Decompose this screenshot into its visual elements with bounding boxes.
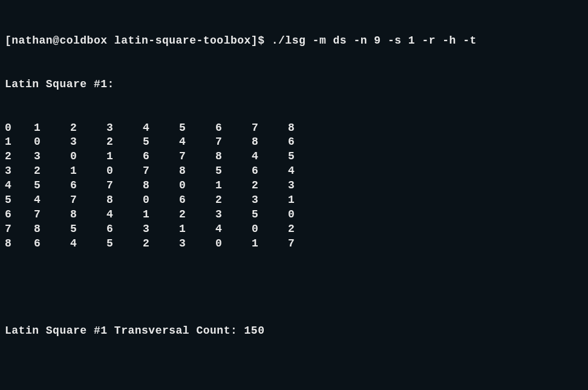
grid-cell: 0 (34, 135, 70, 150)
grid-cell: 5 (288, 150, 324, 164)
grid-cell: 6 (179, 193, 215, 208)
grid-cell: 5 (106, 237, 143, 251)
grid-cell: 3 (215, 208, 252, 222)
grid-cell: 6 (288, 135, 324, 150)
grid-cell: 1 (143, 208, 179, 222)
grid-cell: 1 (252, 237, 288, 251)
grid-cell: 8 (179, 164, 215, 179)
grid-cell: 7 (288, 237, 324, 251)
grid-cell: 1 (5, 135, 34, 150)
grid-cell: 8 (106, 193, 143, 208)
grid-cell: 8 (5, 237, 34, 251)
grid-cell: 5 (215, 164, 252, 179)
grid-cell: 3 (288, 179, 324, 193)
grid-cell: 3 (179, 237, 215, 251)
grid-cell: 6 (34, 237, 70, 251)
grid-cell: 4 (34, 193, 70, 208)
grid-cell: 0 (70, 150, 106, 164)
grid-cell: 0 (179, 179, 215, 193)
grid-cell: 6 (143, 150, 179, 164)
grid-cell: 1 (106, 150, 143, 164)
grid-cell: 8 (252, 135, 288, 150)
grid-cell: 1 (70, 164, 106, 179)
grid-cell: 2 (106, 135, 143, 150)
grid-row: 864523017 (5, 237, 583, 251)
terminal-output[interactable]: [nathan@coldbox latin-square-toolbox]$ .… (5, 5, 583, 390)
grid-cell: 5 (70, 222, 106, 237)
grid-cell: 4 (288, 164, 324, 179)
grid-cell: 8 (288, 121, 324, 136)
grid-cell: 1 (179, 222, 215, 237)
grid-cell: 4 (179, 135, 215, 150)
grid-cell: 0 (5, 121, 34, 136)
grid-cell: 4 (70, 237, 106, 251)
grid-cell: 4 (215, 222, 252, 237)
grid-cell: 4 (5, 179, 34, 193)
grid-row: 547806231 (5, 193, 583, 208)
grid-cell: 1 (34, 121, 70, 136)
grid-cell: 6 (215, 121, 252, 136)
grid-cell: 2 (70, 121, 106, 136)
grid-row: 785631402 (5, 222, 583, 237)
grid-cell: 6 (252, 164, 288, 179)
grid-cell: 2 (143, 237, 179, 251)
latin-square-header: Latin Square #1: (5, 78, 583, 92)
grid-cell: 4 (106, 208, 143, 222)
grid-cell: 3 (106, 121, 143, 136)
grid-cell: 6 (5, 208, 34, 222)
grid-cell: 5 (34, 179, 70, 193)
grid-cell: 3 (143, 222, 179, 237)
blank-line-2 (5, 367, 583, 382)
grid-cell: 7 (143, 164, 179, 179)
latin-square-grid: 0123456781032547862301678453210785644567… (5, 121, 583, 251)
grid-cell: 0 (106, 164, 143, 179)
grid-cell: 7 (215, 135, 252, 150)
grid-cell: 1 (288, 193, 324, 208)
grid-cell: 3 (70, 135, 106, 150)
grid-cell: 2 (252, 179, 288, 193)
grid-cell: 2 (288, 222, 324, 237)
grid-cell: 6 (70, 179, 106, 193)
grid-cell: 0 (252, 222, 288, 237)
grid-cell: 5 (179, 121, 215, 136)
grid-cell: 3 (34, 150, 70, 164)
transversal-count: Latin Square #1 Transversal Count: 150 (5, 324, 583, 339)
prompt-line-1: [nathan@coldbox latin-square-toolbox]$ .… (5, 34, 583, 48)
grid-cell: 5 (252, 208, 288, 222)
grid-cell: 2 (179, 208, 215, 222)
grid-cell: 7 (34, 208, 70, 222)
grid-cell: 5 (143, 135, 179, 150)
grid-cell: 4 (252, 150, 288, 164)
grid-cell: 4 (143, 121, 179, 136)
grid-cell: 8 (70, 208, 106, 222)
grid-cell: 7 (179, 150, 215, 164)
blank-line-1 (5, 280, 583, 295)
grid-row: 678412350 (5, 208, 583, 222)
grid-cell: 0 (143, 193, 179, 208)
grid-cell: 1 (215, 179, 252, 193)
grid-row: 321078564 (5, 164, 583, 179)
grid-cell: 3 (5, 164, 34, 179)
grid-cell: 2 (34, 164, 70, 179)
grid-cell: 7 (252, 121, 288, 136)
grid-cell: 2 (215, 193, 252, 208)
grid-cell: 0 (215, 237, 252, 251)
grid-row: 012345678 (5, 121, 583, 136)
grid-cell: 0 (288, 208, 324, 222)
grid-cell: 8 (215, 150, 252, 164)
grid-cell: 3 (252, 193, 288, 208)
grid-cell: 8 (34, 222, 70, 237)
grid-cell: 2 (5, 150, 34, 164)
grid-row: 456780123 (5, 179, 583, 193)
grid-row: 230167845 (5, 150, 583, 164)
grid-cell: 7 (5, 222, 34, 237)
grid-cell: 7 (70, 193, 106, 208)
grid-cell: 7 (106, 179, 143, 193)
grid-row: 103254786 (5, 135, 583, 150)
grid-cell: 8 (143, 179, 179, 193)
grid-cell: 5 (5, 193, 34, 208)
grid-cell: 6 (106, 222, 143, 237)
